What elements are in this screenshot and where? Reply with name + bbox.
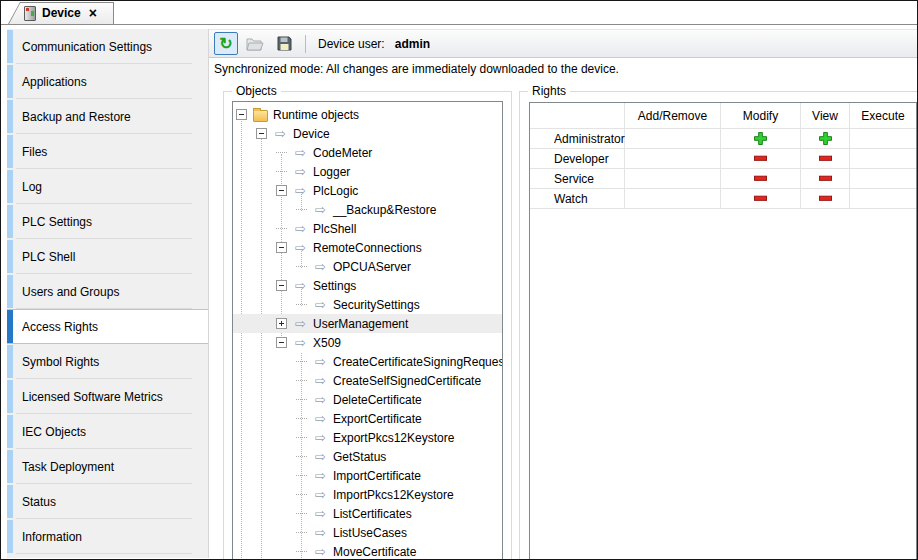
- tree-node-label: ExportPkcs12Keystore: [333, 431, 454, 445]
- rights-cell-service-view[interactable]: [801, 169, 850, 189]
- rights-cell-developer-view[interactable]: [801, 149, 850, 169]
- rights-cell-administrator-add-remove[interactable]: [625, 129, 721, 149]
- tree-node-securitysettings[interactable]: ⇨SecuritySettings: [233, 295, 502, 314]
- runtime-object-arrow-icon: ⇨: [313, 374, 328, 387]
- sidebar-item-label: PLC Settings: [22, 215, 92, 229]
- tree-node-label: UserManagement: [313, 317, 408, 331]
- tree-node-importcertificate[interactable]: ⇨ImportCertificate: [233, 466, 502, 485]
- tree-node-label: ExportCertificate: [333, 412, 422, 426]
- sidebar-item-plc-shell[interactable]: PLC Shell: [7, 239, 208, 274]
- sidebar-item-licensed-software-metrics[interactable]: Licensed Software Metrics: [7, 379, 208, 414]
- collapse-icon[interactable]: [276, 280, 287, 291]
- runtime-object-arrow-icon: ⇨: [313, 526, 328, 539]
- sidebar-item-label: Symbol Rights: [22, 355, 99, 369]
- rights-col-header-add-remove: Add/Remove: [625, 103, 721, 129]
- tab-title: Device: [42, 6, 81, 20]
- rights-cell-watch-modify[interactable]: [721, 189, 801, 209]
- rights-cell-service-add-remove[interactable]: [625, 169, 721, 189]
- tree-node-label: SecuritySettings: [333, 298, 420, 312]
- rights-cell-developer-execute[interactable]: [850, 149, 916, 169]
- sidebar-item-files[interactable]: Files: [7, 134, 208, 169]
- rights-cell-administrator-modify[interactable]: [721, 129, 801, 149]
- editor-tab-bar: Device ×: [1, 1, 917, 25]
- expand-icon[interactable]: [276, 318, 287, 329]
- sidebar-item-label: Task Deployment: [22, 460, 114, 474]
- tree-node-plclogic[interactable]: ⇨PlcLogic: [233, 181, 502, 200]
- tree-node-codemeter[interactable]: ⇨CodeMeter: [233, 143, 502, 162]
- collapse-icon[interactable]: [256, 128, 267, 139]
- rights-cell-watch-add-remove[interactable]: [625, 189, 721, 209]
- sidebar-item-label: Applications: [22, 75, 87, 89]
- tree-node-label: __Backup&Restore: [333, 203, 436, 217]
- tree-node-createcertificatesigningrequest[interactable]: ⇨CreateCertificateSigningRequest: [233, 352, 502, 371]
- rights-cell-administrator-view[interactable]: [801, 129, 850, 149]
- sidebar-item-label: PLC Shell: [22, 250, 75, 264]
- collapse-icon[interactable]: [276, 242, 287, 253]
- rights-cell-administrator-execute[interactable]: [850, 129, 916, 149]
- runtime-object-arrow-icon: ⇨: [273, 127, 288, 140]
- tree-node-exportpkcs12keystore[interactable]: ⇨ExportPkcs12Keystore: [233, 428, 502, 447]
- sidebar-item-status[interactable]: Status: [7, 484, 208, 519]
- sidebar-item-symbol-rights[interactable]: Symbol Rights: [7, 344, 208, 379]
- tree-node-runtime-objects[interactable]: Runtime objects: [233, 105, 502, 124]
- tree-node-x509[interactable]: ⇨X509: [233, 333, 502, 352]
- runtime-object-arrow-icon: ⇨: [313, 260, 328, 273]
- tree-node-remoteconnections[interactable]: ⇨RemoteConnections: [233, 238, 502, 257]
- tree-node-deletecertificate[interactable]: ⇨DeleteCertificate: [233, 390, 502, 409]
- tree-node-listusecases[interactable]: ⇨ListUseCases: [233, 523, 502, 542]
- tree-branch-stub: [296, 513, 307, 514]
- runtime-object-arrow-icon: ⇨: [313, 203, 328, 216]
- tab-device[interactable]: Device ×: [8, 2, 114, 24]
- runtime-object-arrow-icon: ⇨: [313, 450, 328, 463]
- sidebar-item-iec-objects[interactable]: IEC Objects: [7, 414, 208, 449]
- tree-node-getstatus[interactable]: ⇨GetStatus: [233, 447, 502, 466]
- tree-node-label: ImportPkcs12Keystore: [333, 488, 454, 502]
- sidebar-item-applications[interactable]: Applications: [7, 64, 208, 99]
- rights-cell-service-execute[interactable]: [850, 169, 916, 189]
- tree-node-movecertificate[interactable]: ⇨MoveCertificate: [233, 542, 502, 560]
- tree-node-plcshell[interactable]: ⇨PlcShell: [233, 219, 502, 238]
- collapse-icon[interactable]: [276, 337, 287, 348]
- rights-cell-developer-modify[interactable]: [721, 149, 801, 169]
- rights-role-label: Developer: [530, 149, 625, 169]
- rights-cell-service-modify[interactable]: [721, 169, 801, 189]
- collapse-icon[interactable]: [236, 109, 247, 120]
- tree-node-logger[interactable]: ⇨Logger: [233, 162, 502, 181]
- runtime-object-arrow-icon: ⇨: [313, 355, 328, 368]
- sidebar-item-label: Access Rights: [22, 320, 98, 334]
- tree-node-device[interactable]: ⇨Device: [233, 124, 502, 143]
- tree-branch-stub: [296, 437, 307, 438]
- rights-row-service: Service: [530, 169, 916, 189]
- tree-node-usermanagement[interactable]: ⇨UserManagement: [233, 314, 502, 333]
- tree-node-listcertificates[interactable]: ⇨ListCertificates: [233, 504, 502, 523]
- sidebar-item-communication-settings[interactable]: Communication Settings: [7, 29, 208, 64]
- export-button[interactable]: [272, 32, 296, 55]
- rights-cell-watch-view[interactable]: [801, 189, 850, 209]
- tree-branch-stub: [296, 209, 307, 210]
- rights-cell-developer-add-remove[interactable]: [625, 149, 721, 169]
- sidebar-item-plc-settings[interactable]: PLC Settings: [7, 204, 208, 239]
- tree-node-backup-restore[interactable]: ⇨__Backup&Restore: [233, 200, 502, 219]
- runtime-object-arrow-icon: ⇨: [293, 165, 308, 178]
- collapse-icon[interactable]: [276, 185, 287, 196]
- tree-branch-stub: [296, 304, 307, 305]
- sidebar-item-information[interactable]: Information: [7, 519, 208, 554]
- sidebar-item-log[interactable]: Log: [7, 169, 208, 204]
- tree-node-settings[interactable]: ⇨Settings: [233, 276, 502, 295]
- rights-cell-watch-execute[interactable]: [850, 189, 916, 209]
- device-user-value: admin: [395, 37, 430, 51]
- tree-node-exportcertificate[interactable]: ⇨ExportCertificate: [233, 409, 502, 428]
- synchronize-button[interactable]: ↻: [214, 32, 238, 55]
- sidebar-item-access-rights[interactable]: Access Rights: [7, 309, 208, 344]
- tree-node-createselfsignedcertificate[interactable]: ⇨CreateSelfSignedCertificate: [233, 371, 502, 390]
- sync-icon: ↻: [219, 36, 232, 52]
- close-icon[interactable]: ×: [89, 6, 97, 20]
- tree-node-opcuaserver[interactable]: ⇨OPCUAServer: [233, 257, 502, 276]
- runtime-object-arrow-icon: ⇨: [293, 146, 308, 159]
- sidebar-item-users-and-groups[interactable]: Users and Groups: [7, 274, 208, 309]
- import-button[interactable]: [243, 32, 267, 55]
- sidebar-item-task-deployment[interactable]: Task Deployment: [7, 449, 208, 484]
- objects-tree[interactable]: Runtime objects⇨Device⇨CodeMeter⇨Logger⇨…: [232, 101, 503, 560]
- tree-node-importpkcs12keystore[interactable]: ⇨ImportPkcs12Keystore: [233, 485, 502, 504]
- sidebar-item-backup-and-restore[interactable]: Backup and Restore: [7, 99, 208, 134]
